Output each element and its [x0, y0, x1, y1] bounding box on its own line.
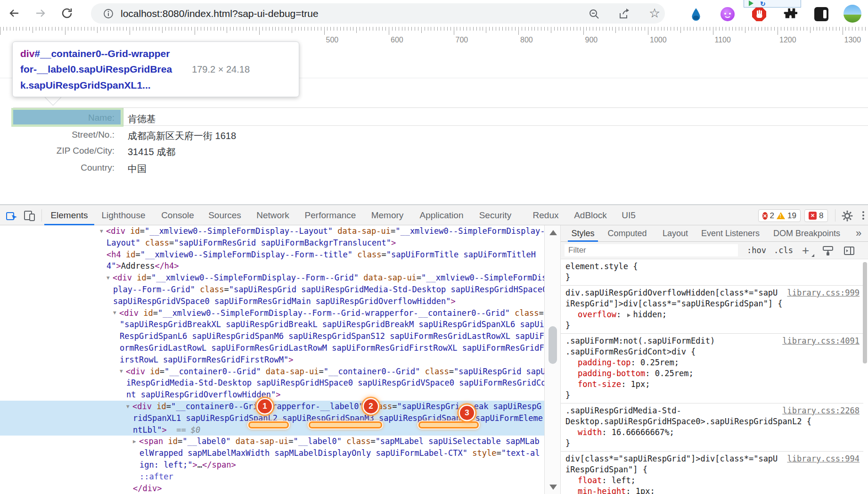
- popup-sync-icon[interactable]: ↻: [760, 0, 766, 7]
- elements-tree-row[interactable]: 4">Address</h4>: [0, 260, 544, 272]
- css-rule[interactable]: element.style {}: [561, 259, 863, 286]
- url-text[interactable]: localhost:8080/index.html?sap-ui-debug=t…: [121, 0, 319, 27]
- extensions-puzzle-icon[interactable]: [783, 7, 797, 21]
- ruler-tick: [249, 27, 250, 31]
- new-rule-dropdown-corner[interactable]: [811, 254, 814, 257]
- console-issues-badge[interactable]: ✕ 2 19: [758, 209, 801, 222]
- tab-overflow-chevron[interactable]: »: [856, 225, 861, 241]
- ink-extension-icon[interactable]: [689, 7, 703, 21]
- new-style-rule-button[interactable]: +: [802, 242, 809, 259]
- css-property[interactable]: padding-bottom: 0.25rem;: [565, 368, 860, 379]
- elements-tree-row[interactable]: ::after: [0, 471, 544, 483]
- devtools-tab-security[interactable]: Security: [479, 206, 512, 225]
- elements-tree-row[interactable]: ▼<div id="__xmlview0--SimpleFormDisplay-…: [0, 225, 544, 237]
- stylesheet-link[interactable]: library.css:994: [787, 453, 860, 464]
- elements-tree-row[interactable]: <h4 id="__xmlview0--SimpleFormDisplay--F…: [0, 249, 544, 261]
- elements-tree-row[interactable]: ign: left;">…</span>: [0, 459, 544, 471]
- styles-tab-styles[interactable]: Styles: [571, 225, 594, 241]
- stylesheet-link[interactable]: library.css:2268: [782, 405, 860, 416]
- inspect-element-icon[interactable]: [6, 210, 18, 222]
- devtools-tab-console[interactable]: Console: [161, 206, 194, 225]
- expand-arrow-icon[interactable]: ▶: [133, 436, 139, 448]
- elements-scrollbar[interactable]: [544, 225, 561, 494]
- elements-tree-row[interactable]: ▶<span id="__label0" data-sap-ui="__labe…: [0, 436, 544, 447]
- expand-arrow-icon[interactable]: ▼: [120, 366, 126, 378]
- forward-icon[interactable]: [34, 7, 47, 20]
- devtools-tab-adblock[interactable]: AdBlock: [574, 206, 607, 225]
- error-count: 2: [770, 211, 774, 221]
- devtools-tab-lighthouse[interactable]: Lighthouse: [102, 206, 146, 225]
- show-sidebar-icon[interactable]: [843, 245, 855, 256]
- css-property[interactable]: font-size: 1px;: [565, 379, 860, 390]
- ruler-tick: [781, 27, 781, 31]
- styles-tab-computed[interactable]: Computed: [607, 225, 647, 241]
- elements-tree-row[interactable]: ▼<div id="__xmlview0--SimpleFormDisplay-…: [0, 307, 544, 319]
- share-icon[interactable]: [618, 8, 631, 20]
- purple-extension-icon[interactable]: [721, 7, 735, 21]
- css-property[interactable]: padding-top: 0.25rem;: [565, 357, 860, 368]
- scrollbar-thumb[interactable]: [549, 326, 557, 364]
- css-property[interactable]: overflow: hidden;: [565, 309, 860, 320]
- blocker-extension-icon[interactable]: [752, 7, 766, 21]
- styles-tab-layout[interactable]: Layout: [663, 225, 688, 241]
- css-rule[interactable]: library.css:994div[class*="sapUiRespGrid…: [561, 452, 863, 494]
- expand-arrow-icon[interactable]: ▼: [113, 307, 119, 319]
- rendering-emulation-icon[interactable]: [822, 245, 834, 256]
- bookmark-star-icon[interactable]: ☆: [649, 6, 660, 20]
- css-property[interactable]: float: left;: [565, 475, 860, 486]
- devtools-tab-redux[interactable]: Redux: [533, 206, 559, 225]
- styles-filter-input[interactable]: [565, 244, 738, 256]
- elements-tree-row[interactable]: RespGridSpanL6 sapUiRespGridSpanM6 sapUi…: [0, 330, 544, 342]
- expand-arrow-icon[interactable]: ▼: [100, 226, 106, 238]
- css-rule[interactable]: library.css:999div.sapUiRespGridOverflow…: [561, 286, 863, 334]
- info-icon[interactable]: [103, 8, 114, 19]
- devtools-tab-performance[interactable]: Performance: [305, 206, 356, 225]
- devtools-tab-elements[interactable]: Elements: [50, 206, 88, 225]
- elements-tree-row[interactable]: Layout" class="sapUiFormResGrid sapUiFor…: [0, 237, 544, 249]
- popup-play-icon[interactable]: [749, 0, 753, 6]
- stylesheet-link[interactable]: library.css:4091: [782, 336, 860, 346]
- elements-tree-row[interactable]: ▼<div id="__xmlview0--SimpleFormDisplay-…: [0, 272, 544, 284]
- device-toolbar-icon[interactable]: [24, 210, 36, 222]
- devtools-tab-ui5[interactable]: UI5: [622, 206, 636, 225]
- devtools-tab-application[interactable]: Application: [420, 206, 464, 225]
- annotation-underline-3: [418, 421, 479, 428]
- elements-tree-row[interactable]: </div>: [0, 483, 544, 494]
- toggle-element-state-button[interactable]: :hov: [747, 242, 766, 259]
- element-classes-button[interactable]: .cls: [774, 242, 793, 259]
- profile-avatar[interactable]: [843, 5, 861, 23]
- more-options-kebab-icon[interactable]: [862, 210, 864, 221]
- stylesheet-link[interactable]: library.css:999: [787, 288, 860, 298]
- css-rule[interactable]: library.css:2268.sapUiRespGridMedia-Std-…: [561, 403, 863, 452]
- css-property[interactable]: min-height: 1px;: [565, 486, 860, 494]
- styles-tab-event-listeners[interactable]: Event Listeners: [701, 225, 760, 241]
- styles-scrollbar-thumb[interactable]: [863, 262, 867, 363]
- devtools-tab-sources[interactable]: Sources: [208, 206, 241, 225]
- elements-tree-row[interactable]: "sapUiRespGridBreakXL sapUiRespGridBreak…: [0, 319, 544, 330]
- elements-tree-row[interactable]: sapUiRespGridVSpace0 sapUiFormResGridMai…: [0, 296, 544, 307]
- extension-issues-badge[interactable]: ✕ 8: [804, 209, 828, 222]
- elements-tree-row[interactable]: nt sapUiRespGridOverflowHidden">: [0, 389, 544, 401]
- expand-value-icon[interactable]: [627, 313, 631, 317]
- styles-tab-dom-breakpoints[interactable]: DOM Breakpoints: [773, 225, 840, 241]
- devtools-tab-memory[interactable]: Memory: [371, 206, 404, 225]
- css-rule[interactable]: library.css:4091.sapUiFormM:not(.sapUiFo…: [561, 334, 863, 403]
- back-icon[interactable]: [8, 7, 21, 20]
- zoom-out-icon[interactable]: [588, 8, 600, 20]
- scroll-up-arrow[interactable]: [549, 230, 557, 235]
- ruler-tick: [52, 27, 52, 31]
- elements-tree-row[interactable]: elWrapped sapMLabelMaxWidth sapMLabelDis…: [0, 447, 544, 459]
- expand-arrow-icon[interactable]: ▼: [106, 272, 113, 284]
- elements-tree-row[interactable]: play--Form--Grid" class="sapUiRespGrid s…: [0, 284, 544, 296]
- elements-tree-row[interactable]: iRespGridMedia-Std-Desktop sapUiRespGrid…: [0, 377, 544, 389]
- css-property[interactable]: width: 16.66666667%;: [565, 427, 860, 438]
- elements-tree-row[interactable]: ▼<div id="__container0--Grid" data-sap-u…: [0, 366, 544, 378]
- side-panel-icon[interactable]: [814, 7, 828, 21]
- reload-icon[interactable]: [60, 7, 74, 20]
- settings-gear-icon[interactable]: [841, 210, 853, 222]
- scroll-down-arrow[interactable]: [549, 485, 557, 490]
- elements-tree-row[interactable]: irstRowL sapUiFormResGridFirstRowM">: [0, 354, 544, 366]
- elements-tree-row[interactable]: ormResGridLastRowL sapUiFormResGridLastR…: [0, 342, 544, 354]
- devtools-tab-network[interactable]: Network: [256, 206, 289, 225]
- expand-arrow-icon[interactable]: ▼: [126, 401, 132, 413]
